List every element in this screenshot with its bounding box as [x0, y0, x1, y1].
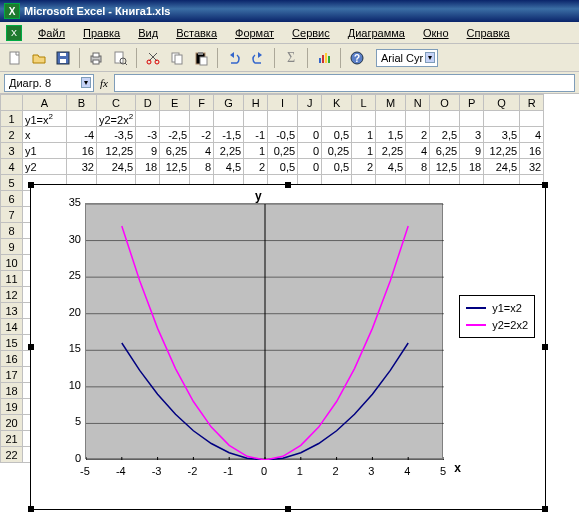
row-header[interactable]: 4	[1, 159, 23, 175]
cell[interactable]	[406, 111, 430, 127]
cell[interactable]: 0,25	[268, 143, 298, 159]
col-header[interactable]: R	[520, 95, 544, 111]
cell[interactable]: 12,25	[484, 143, 520, 159]
cell[interactable]: 0,5	[322, 159, 352, 175]
col-header[interactable]: K	[322, 95, 352, 111]
embedded-chart[interactable]: y x 05101520253035 -5-4-3-2-1012345 y1=x…	[30, 184, 546, 510]
col-header[interactable]: N	[406, 95, 430, 111]
cell[interactable]: 3,5	[484, 127, 520, 143]
cell[interactable]: -1,5	[214, 127, 244, 143]
cell[interactable]: 9	[136, 143, 160, 159]
cell[interactable]: 4,5	[376, 159, 406, 175]
font-selector[interactable]: Arial Cyr	[376, 49, 438, 67]
cell[interactable]	[214, 111, 244, 127]
cell[interactable]: 12,25	[97, 143, 136, 159]
menu-view[interactable]: Вид	[130, 25, 166, 41]
row-header[interactable]: 14	[1, 319, 23, 335]
cell[interactable]: -3,5	[97, 127, 136, 143]
row-header[interactable]: 8	[1, 223, 23, 239]
cell[interactable]	[160, 111, 190, 127]
cell[interactable]: 1,5	[376, 127, 406, 143]
cell[interactable]: 24,5	[97, 159, 136, 175]
col-header[interactable]: H	[244, 95, 268, 111]
cell[interactable]: 2,25	[214, 143, 244, 159]
col-header[interactable]: D	[136, 95, 160, 111]
legend-entry[interactable]: y1=x2	[466, 300, 528, 317]
row-header[interactable]: 11	[1, 271, 23, 287]
col-header[interactable]: E	[160, 95, 190, 111]
cell[interactable]: 32	[520, 159, 544, 175]
cell[interactable]: 0,25	[322, 143, 352, 159]
row-header[interactable]: 5	[1, 175, 23, 191]
menu-chart[interactable]: Диаграмма	[340, 25, 413, 41]
col-header[interactable]: O	[430, 95, 460, 111]
col-header[interactable]: G	[214, 95, 244, 111]
col-header[interactable]: C	[97, 95, 136, 111]
cell[interactable]: y2	[23, 159, 67, 175]
cell[interactable]: -3	[136, 127, 160, 143]
row-header[interactable]: 1	[1, 111, 23, 127]
cell[interactable]: 2,25	[376, 143, 406, 159]
row-header[interactable]: 21	[1, 431, 23, 447]
menu-insert[interactable]: Вставка	[168, 25, 225, 41]
save-button[interactable]	[52, 47, 74, 69]
menu-window[interactable]: Окно	[415, 25, 457, 41]
row-header[interactable]: 3	[1, 143, 23, 159]
col-header[interactable]: M	[376, 95, 406, 111]
cell[interactable]	[520, 111, 544, 127]
col-header[interactable]: B	[67, 95, 97, 111]
cell[interactable]: 0	[298, 127, 322, 143]
cell[interactable]: x	[23, 127, 67, 143]
col-header[interactable]: A	[23, 95, 67, 111]
cell[interactable]: 1	[352, 143, 376, 159]
cell[interactable]: 0,5	[268, 159, 298, 175]
row-header[interactable]: 9	[1, 239, 23, 255]
cell[interactable]: 2	[406, 127, 430, 143]
undo-button[interactable]	[223, 47, 245, 69]
print-button[interactable]	[85, 47, 107, 69]
cell[interactable]: -0,5	[268, 127, 298, 143]
cell[interactable]	[67, 111, 97, 127]
excel-doc-icon[interactable]: X	[6, 25, 22, 41]
legend-entry[interactable]: y2=2x2	[466, 317, 528, 334]
row-header[interactable]: 13	[1, 303, 23, 319]
cell[interactable]	[376, 111, 406, 127]
cell[interactable]: 9	[460, 143, 484, 159]
cell[interactable]: 1	[352, 127, 376, 143]
row-header[interactable]: 12	[1, 287, 23, 303]
chart-wizard-button[interactable]	[313, 47, 335, 69]
cell[interactable]: 4	[406, 143, 430, 159]
cell[interactable]	[484, 111, 520, 127]
cell[interactable]: 2,5	[430, 127, 460, 143]
cell[interactable]: 16	[520, 143, 544, 159]
cell[interactable]: 18	[460, 159, 484, 175]
cut-button[interactable]	[142, 47, 164, 69]
new-button[interactable]	[4, 47, 26, 69]
menu-help[interactable]: Справка	[459, 25, 518, 41]
cell[interactable]: 18	[136, 159, 160, 175]
cell[interactable]: 0,5	[322, 127, 352, 143]
redo-button[interactable]	[247, 47, 269, 69]
formula-bar[interactable]	[114, 74, 575, 92]
cell[interactable]: y2=2x2	[97, 111, 136, 127]
print-preview-button[interactable]	[109, 47, 131, 69]
cell[interactable]: 8	[406, 159, 430, 175]
row-header[interactable]: 18	[1, 383, 23, 399]
menu-edit[interactable]: Правка	[75, 25, 128, 41]
chart-y-title[interactable]: y	[255, 189, 262, 203]
cell[interactable]	[298, 111, 322, 127]
cell[interactable]: -1	[244, 127, 268, 143]
col-header[interactable]: F	[190, 95, 214, 111]
cell[interactable]: 12,5	[430, 159, 460, 175]
cell[interactable]: 2	[244, 159, 268, 175]
cell[interactable]	[430, 111, 460, 127]
col-header[interactable]: Q	[484, 95, 520, 111]
row-header[interactable]: 6	[1, 191, 23, 207]
menu-format[interactable]: Формат	[227, 25, 282, 41]
cell[interactable]: 12,5	[160, 159, 190, 175]
cell[interactable]: y1=x2	[23, 111, 67, 127]
cell[interactable]: -2	[190, 127, 214, 143]
col-header[interactable]: L	[352, 95, 376, 111]
row-header[interactable]: 2	[1, 127, 23, 143]
cell[interactable]	[322, 111, 352, 127]
